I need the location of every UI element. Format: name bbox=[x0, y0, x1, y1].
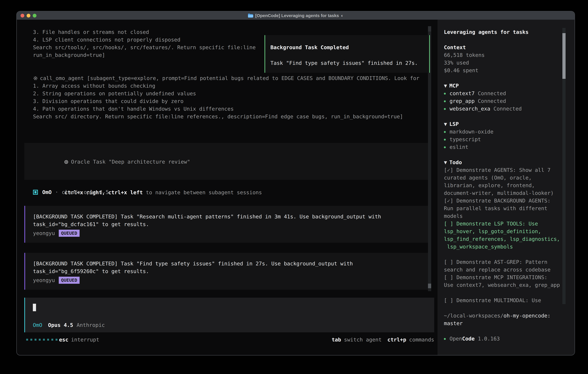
tool-call-item: 1. Array access without bounds checking bbox=[33, 82, 420, 90]
status-dot-icon bbox=[444, 338, 446, 340]
todo-section-header[interactable]: ▼Todo bbox=[444, 158, 562, 166]
agent-header: OmO · claude-opus-4-5 bbox=[33, 188, 109, 196]
session-title: Leveraging agents for tasks bbox=[444, 28, 562, 36]
zoom-button[interactable] bbox=[33, 14, 36, 18]
lsp-name: markdown-oxide bbox=[450, 129, 493, 135]
todo-line: Use context7, websearch_exa, grep_app bbox=[444, 281, 562, 289]
spinner-dots bbox=[26, 336, 60, 343]
todo-line: librarian, explore, frontend, bbox=[444, 181, 562, 189]
spinner-dot bbox=[30, 339, 32, 341]
input-model-label[interactable]: Opus 4.5 bbox=[48, 321, 73, 329]
traffic-lights bbox=[21, 11, 36, 20]
spacer bbox=[444, 289, 562, 296]
chat-pane: 3. File handles or streams not closed 4.… bbox=[17, 20, 438, 355]
spinner-dot bbox=[35, 339, 36, 341]
sidebar-scrollbar-thumb[interactable] bbox=[562, 33, 566, 79]
todo-line: curated agents (OmO, oracle, bbox=[444, 174, 562, 181]
oracle-status-icon bbox=[64, 160, 68, 164]
agent-name: OmO bbox=[42, 188, 52, 196]
scrollback-line: 4. LSP client connections not properly d… bbox=[33, 36, 256, 43]
tool-call-item: 3. Division operations that could divide… bbox=[33, 97, 420, 105]
agent-square-icon bbox=[33, 190, 38, 195]
oracle-task-title: Oracle Task "Deep architecture review" bbox=[71, 159, 190, 165]
lsp-item: typescript bbox=[444, 135, 562, 143]
toast-title: Background Task Completed bbox=[270, 43, 429, 51]
message-line: [BACKGROUND TASK COMPLETED] Task "Resear… bbox=[33, 213, 430, 220]
text-cursor bbox=[33, 304, 36, 311]
todo-line: [✓] Demonstrate BACKGROUND AGENTS: bbox=[444, 197, 562, 205]
todo-heading: Todo bbox=[449, 159, 462, 165]
status-bar: esc interrupt tab switch agent ctrl+p co… bbox=[17, 336, 438, 343]
ctrlp-action-hint: commands bbox=[409, 336, 434, 343]
folder-icon bbox=[248, 13, 253, 18]
status-dot-icon bbox=[444, 131, 446, 133]
window-title-group: [OpenCode] Leveraging agents for tasks ◐ bbox=[248, 13, 344, 18]
message-card: [BACKGROUND TASK COMPLETED] Task "Resear… bbox=[24, 206, 430, 243]
context-spent: $0.46 spent bbox=[444, 67, 562, 74]
message-line: task_id="bg_6f59260c" to get results. bbox=[33, 267, 430, 275]
tool-call-header: call_omo_agent [subagent_type=explore, p… bbox=[40, 74, 420, 82]
chevron-down-icon[interactable]: ▼ bbox=[444, 159, 447, 165]
spinner-dot bbox=[51, 339, 53, 341]
input-agent-label[interactable]: OmO bbox=[33, 321, 42, 329]
mcp-name: websearch_exa bbox=[450, 106, 490, 112]
sidebar-scrollbar[interactable] bbox=[562, 28, 566, 304]
app-version: 1.0.163 bbox=[478, 336, 500, 342]
message-line: [BACKGROUND TASK COMPLETED] Task "Find t… bbox=[33, 260, 430, 267]
chat-scrollbar-top-segment[interactable] bbox=[428, 26, 431, 31]
todo-line: [ ] Demonstrate MCP INTEGRATIONS: bbox=[444, 273, 562, 281]
tool-call-block: call_omo_agent [subagent_type=explore, p… bbox=[33, 74, 420, 120]
spinner-dot bbox=[39, 339, 41, 341]
chat-scrollbar-thumb[interactable] bbox=[428, 284, 431, 288]
todo-line-active: lsp_workspace_symbols bbox=[444, 243, 562, 250]
scrollback-line: run_in_background=true] bbox=[33, 51, 256, 59]
minimize-button[interactable] bbox=[27, 14, 30, 18]
sidebar: Leveraging agents for tasks Context 66,5… bbox=[438, 20, 575, 355]
todo-line: [✓] Demonstrate AGENTS: Show all 7 bbox=[444, 166, 562, 174]
context-used: 33% used bbox=[444, 59, 562, 67]
mcp-item: websearch_exaConnected bbox=[444, 105, 562, 113]
spinner-dot bbox=[26, 339, 28, 341]
spacer bbox=[444, 74, 562, 82]
oracle-task-panel[interactable]: Oracle Task "Deep architecture review" c… bbox=[24, 143, 430, 180]
mcp-name: grep_app bbox=[450, 98, 474, 104]
oracle-hint-text: to navigate between subagent sessions bbox=[143, 189, 262, 195]
tab-action-hint: switch agent bbox=[344, 336, 381, 343]
content: 3. File handles or streams not closed 4.… bbox=[17, 20, 575, 355]
background-task-toast: Background Task Completed Task "Find typ… bbox=[264, 35, 430, 73]
spacer bbox=[444, 327, 562, 335]
chevron-down-icon[interactable]: ▼ bbox=[444, 83, 447, 89]
window-title: [OpenCode] Leveraging agents for tasks bbox=[255, 13, 339, 18]
workspace-branch: master bbox=[444, 320, 562, 327]
esc-action-hint: interrupt bbox=[71, 336, 99, 343]
status-dot-icon bbox=[444, 100, 446, 102]
todo-line: models bbox=[444, 212, 562, 220]
todo-line-active: [ ] Demonstrate LSP TOOLS: Use bbox=[444, 220, 562, 228]
mcp-name: context7 bbox=[450, 90, 474, 96]
opencode-terminal-window: [OpenCode] Leveraging agents for tasks ◐… bbox=[16, 11, 575, 355]
esc-key-hint: esc bbox=[59, 336, 68, 343]
agent-model: claude-opus-4-5 bbox=[62, 188, 109, 196]
spacer bbox=[444, 250, 562, 258]
chevron-down-icon[interactable]: ▼ bbox=[444, 121, 447, 127]
ctrlp-key-hint: ctrl+p bbox=[388, 336, 406, 343]
titlebar[interactable]: [OpenCode] Leveraging agents for tasks ◐ bbox=[17, 11, 575, 20]
lsp-item: markdown-oxide bbox=[444, 128, 562, 135]
message-author: yeongyu bbox=[33, 229, 55, 237]
workspace-path: ~/local-workspaces/oh-my-opencode: bbox=[444, 312, 562, 320]
close-button[interactable] bbox=[21, 14, 24, 18]
mcp-status: Connected bbox=[478, 98, 506, 104]
todo-line: [ ] Demonstrate MULTIMODAL: Use bbox=[444, 296, 562, 304]
lsp-section-header[interactable]: ▼LSP bbox=[444, 120, 562, 128]
toast-body: Task "Find type safety issues" finished … bbox=[270, 59, 429, 67]
todo-line-active: lsp_hover, lsp_goto_definition, bbox=[444, 228, 562, 235]
todo-line: Run parallel tasks with different bbox=[444, 205, 562, 212]
workspace-repo: oh-my-opencode: bbox=[504, 313, 551, 319]
status-dot-icon bbox=[444, 93, 446, 94]
prompt-input[interactable]: OmO Opus 4.5 Anthropic bbox=[24, 298, 434, 332]
lsp-heading: LSP bbox=[449, 121, 459, 127]
todo-line: [ ] Demonstrate AST-GREP: Pattern bbox=[444, 258, 562, 266]
mcp-section-header[interactable]: ▼MCP bbox=[444, 82, 562, 90]
status-badge: QUEUED bbox=[59, 230, 80, 237]
session-state-icon: ◐ bbox=[341, 13, 344, 18]
